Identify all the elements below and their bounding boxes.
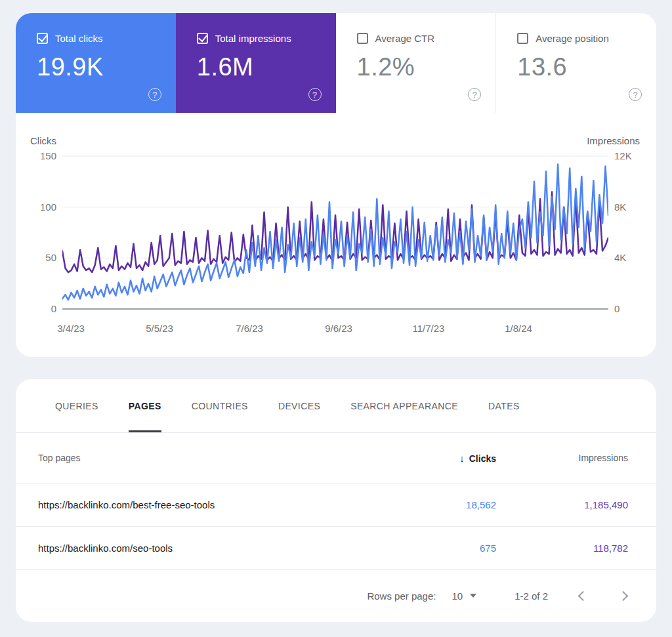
metric-card-average-position[interactable]: Average position 13.6 ? xyxy=(495,13,656,113)
performance-chart: Clicks Impressions 150 100 50 0 12K 8K 4… xyxy=(16,113,656,357)
x-axis-tick: 3/4/23 xyxy=(57,323,85,334)
rows-per-page-select[interactable]: 10 xyxy=(452,590,476,602)
tab-dates[interactable]: DATES xyxy=(488,379,520,432)
results-table-panel: QUERIES PAGES COUNTRIES DEVICES SEARCH A… xyxy=(16,379,656,622)
table-row: https://backlinko.com/seo-tools 675 118,… xyxy=(16,527,656,570)
metric-value: 1.2% xyxy=(357,53,496,81)
previous-page-icon[interactable] xyxy=(578,590,589,601)
impressions-value: 118,782 xyxy=(496,543,628,554)
x-axis-tick: 9/6/23 xyxy=(325,323,352,334)
metric-value: 19.9K xyxy=(37,53,176,81)
metric-card-average-ctr[interactable]: Average CTR 1.2% ? xyxy=(336,13,496,113)
right-axis-tick: 8K xyxy=(614,201,651,213)
metric-card-total-clicks[interactable]: Total clicks 19.9K ? xyxy=(16,13,176,113)
tab-label: SEARCH APPEARANCE xyxy=(350,401,458,411)
performance-summary-panel: Total clicks 19.9K ? Total impressions 1… xyxy=(16,13,656,357)
right-axis-tick: 0 xyxy=(614,303,651,315)
metric-cards-row: Total clicks 19.9K ? Total impressions 1… xyxy=(16,13,656,113)
table-row: https://backlinko.com/best-free-seo-tool… xyxy=(16,483,656,527)
metric-value: 1.6M xyxy=(197,53,336,81)
table-pagination: Rows per page: 10 1-2 of 2 xyxy=(16,570,656,621)
rows-per-page-label: Rows per page: xyxy=(367,590,436,602)
metric-label: Average CTR xyxy=(375,33,435,44)
tab-label: DATES xyxy=(488,401,520,411)
clicks-column-header[interactable]: ↓Clicks xyxy=(398,453,496,464)
tab-search-appearance[interactable]: SEARCH APPEARANCE xyxy=(350,379,458,432)
chart-plot-area xyxy=(62,151,608,315)
average-position-checkbox[interactable] xyxy=(517,33,528,44)
page-url-link[interactable]: https://backlinko.com/best-free-seo-tool… xyxy=(38,499,398,510)
tab-devices[interactable]: DEVICES xyxy=(278,379,320,432)
left-axis-tick: 100 xyxy=(16,201,56,213)
next-page-icon[interactable] xyxy=(618,590,629,601)
tab-label: DEVICES xyxy=(278,401,320,411)
left-axis-tick: 0 xyxy=(16,303,56,315)
table-header-row: Top pages ↓Clicks Impressions xyxy=(16,433,656,483)
metric-label: Total clicks xyxy=(55,33,103,44)
tab-label: COUNTRIES xyxy=(192,401,248,411)
metric-label: Total impressions xyxy=(215,33,291,44)
pagination-range: 1-2 of 2 xyxy=(514,590,548,602)
clicks-value: 18,562 xyxy=(398,499,496,510)
impressions-value: 1,185,490 xyxy=(496,499,628,510)
dropdown-arrow-icon xyxy=(470,594,476,598)
total-impressions-checkbox[interactable] xyxy=(197,33,208,44)
tab-label: QUERIES xyxy=(55,401,98,411)
help-icon[interactable]: ? xyxy=(148,88,161,101)
metric-label: Average position xyxy=(536,33,608,44)
left-axis-title: Clicks xyxy=(30,135,56,146)
sort-descending-icon: ↓ xyxy=(459,453,465,464)
help-icon[interactable]: ? xyxy=(629,88,642,101)
right-axis-tick: 4K xyxy=(614,252,651,264)
x-axis-labels: 3/4/23 5/5/23 7/6/23 9/6/23 11/7/23 1/8/… xyxy=(62,323,608,336)
x-axis-tick: 11/7/23 xyxy=(413,323,445,334)
average-ctr-checkbox[interactable] xyxy=(357,33,368,44)
tab-pages[interactable]: PAGES xyxy=(129,379,161,432)
metric-value: 13.6 xyxy=(517,53,656,81)
x-axis-tick: 1/8/24 xyxy=(505,323,532,334)
clicks-value: 675 xyxy=(398,543,496,554)
clicks-line xyxy=(62,164,608,300)
help-icon[interactable]: ? xyxy=(468,88,481,101)
dimension-tabs: QUERIES PAGES COUNTRIES DEVICES SEARCH A… xyxy=(16,379,656,433)
tab-label: PAGES xyxy=(129,401,161,411)
tab-queries[interactable]: QUERIES xyxy=(55,379,98,432)
x-axis-tick: 7/6/23 xyxy=(236,323,263,334)
left-axis-tick: 150 xyxy=(16,150,56,162)
page-url-link[interactable]: https://backlinko.com/seo-tools xyxy=(38,543,398,554)
top-pages-column-header: Top pages xyxy=(38,453,398,463)
rows-per-page-value: 10 xyxy=(452,590,463,602)
impressions-column-header[interactable]: Impressions xyxy=(496,453,628,463)
metric-card-total-impressions[interactable]: Total impressions 1.6M ? xyxy=(176,13,336,113)
right-axis-title: Impressions xyxy=(587,135,640,146)
clicks-header-label: Clicks xyxy=(469,453,496,464)
left-axis-tick: 50 xyxy=(16,252,56,264)
help-icon[interactable]: ? xyxy=(308,88,322,101)
total-clicks-checkbox[interactable] xyxy=(37,33,48,44)
right-axis-tick: 12K xyxy=(614,150,651,162)
tab-countries[interactable]: COUNTRIES xyxy=(192,379,248,432)
x-axis-tick: 5/5/23 xyxy=(146,323,173,334)
